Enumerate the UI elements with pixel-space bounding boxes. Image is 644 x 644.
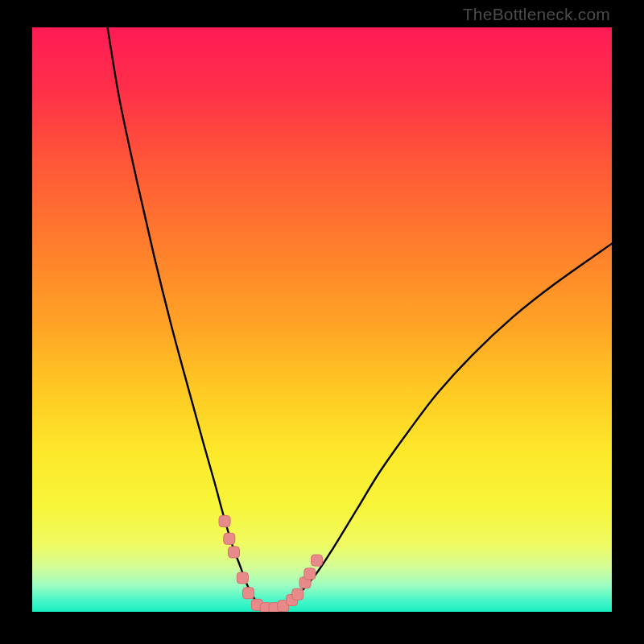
curve-marker: [224, 533, 235, 544]
curve-marker: [312, 555, 323, 566]
curve-marker: [219, 515, 230, 526]
plot-area: [32, 27, 612, 612]
bottleneck-curve: [108, 27, 612, 609]
curve-marker: [243, 588, 254, 599]
curve-marker: [304, 568, 316, 580]
curve-layer: [32, 27, 612, 612]
curve-markers: [219, 515, 322, 612]
curve-marker: [237, 572, 248, 584]
curve-marker: [292, 588, 303, 600]
watermark-text: TheBottleneck.com: [463, 5, 610, 24]
chart-frame: TheBottleneck.com: [0, 0, 644, 644]
curve-marker: [229, 547, 240, 558]
